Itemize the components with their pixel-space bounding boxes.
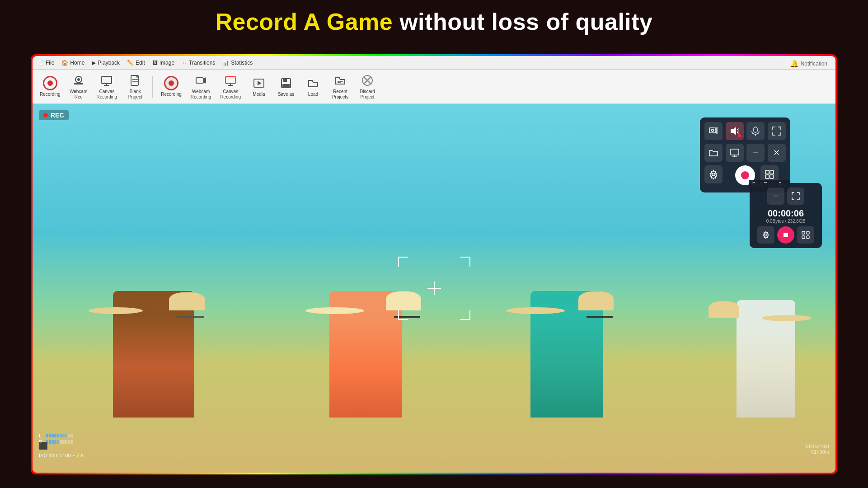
- svg-rect-32: [754, 127, 757, 132]
- sec-grid-btn[interactable]: [797, 226, 814, 244]
- svg-point-26: [712, 129, 714, 131]
- recording-button[interactable]: Recording: [37, 74, 63, 99]
- svg-rect-39: [770, 170, 774, 174]
- ch-tr: [460, 257, 470, 267]
- svg-point-42: [765, 234, 767, 236]
- record-inner: [741, 171, 749, 179]
- ch-bl: [398, 310, 408, 320]
- level-row-L: L: [39, 433, 73, 438]
- edit-icon: ✏️: [127, 60, 134, 66]
- settings-button[interactable]: [704, 165, 723, 183]
- svg-marker-16: [258, 81, 262, 85]
- svg-rect-34: [731, 149, 739, 155]
- sec-settings-btn[interactable]: [757, 226, 774, 244]
- fullscreen-button[interactable]: [768, 122, 786, 140]
- discard-project-button[interactable]: DiscardProject: [356, 71, 379, 102]
- minimize-button[interactable]: −: [746, 144, 765, 162]
- blank-project-label: BlankProject: [128, 89, 142, 100]
- main-content: REC L: [33, 104, 835, 473]
- webcam-recording-button[interactable]: WebcamRecording: [188, 71, 214, 102]
- svg-marker-28: [731, 127, 736, 135]
- svg-point-1: [77, 78, 80, 81]
- audio-button[interactable]: [726, 122, 744, 140]
- svg-marker-27: [716, 127, 718, 134]
- person3-hatcrown: [578, 291, 614, 310]
- discard-label: DiscardProject: [360, 89, 375, 100]
- canvas-icon: [99, 73, 114, 88]
- load-button[interactable]: Load: [301, 74, 325, 99]
- menu-image[interactable]: 🖼 Image: [152, 60, 174, 66]
- recent-projects-icon: [333, 73, 347, 88]
- screenshot-button[interactable]: [704, 122, 723, 140]
- blank-project-button[interactable]: BlankProject: [123, 71, 147, 102]
- headline: Record A Game without loss of quality: [0, 0, 868, 42]
- menu-home-label: Home: [70, 60, 84, 66]
- recent-projects-label: RecentProjects: [332, 89, 348, 100]
- panel-row2: − ✕: [704, 144, 786, 162]
- svg-rect-38: [765, 170, 769, 174]
- timer-sub: 0.0Bytes / 232.8GB: [754, 219, 817, 224]
- webcam-recording-label: WebcamRecording: [191, 89, 211, 100]
- level-L-bar: [46, 434, 73, 437]
- folder-button[interactable]: [704, 144, 723, 162]
- rainbow-border: 📄 File 🏠 Home ▶ Playback ✏️ Edit 🖼 Image…: [31, 54, 837, 474]
- rec-live-dot: [43, 113, 48, 117]
- menu-file[interactable]: 📄 File: [37, 60, 54, 66]
- svg-line-29: [737, 129, 739, 130]
- sec-row-top: −: [754, 188, 817, 205]
- image-icon: 🖼: [152, 60, 158, 66]
- menu-transitions-label: Transitions: [189, 60, 215, 66]
- stop-recording-btn[interactable]: [777, 226, 794, 244]
- webcam-recording-icon: [194, 73, 208, 88]
- iso-info: ISO 100 1/100 F 2.8: [39, 453, 84, 458]
- notification-label: Notification: [801, 61, 827, 67]
- webcam-rec-button[interactable]: WebcamRec: [67, 71, 90, 102]
- save-as-label: Save as: [278, 92, 294, 97]
- active-recording-label: Recording: [161, 92, 182, 97]
- active-recording-icon: [164, 76, 178, 90]
- level-L-label: L: [39, 433, 44, 438]
- transitions-icon: ↔: [182, 60, 187, 66]
- svg-rect-10: [196, 78, 203, 83]
- svg-rect-44: [802, 231, 805, 234]
- active-recording-button[interactable]: Recording: [158, 74, 184, 99]
- menu-statistics-label: Statistics: [231, 60, 253, 66]
- sec-expand-btn[interactable]: [787, 188, 804, 205]
- save-as-button[interactable]: Save as: [274, 74, 298, 99]
- notification-button[interactable]: 🔔 Notification: [786, 58, 831, 69]
- canvas-recording2-button[interactable]: CanvasRecording: [217, 71, 244, 102]
- load-label: Load: [308, 92, 318, 97]
- person1-hatband: [177, 316, 204, 318]
- toolbar: Recording WebcamRec: [33, 70, 835, 104]
- svg-rect-46: [802, 236, 805, 239]
- menu-transitions[interactable]: ↔ Transitions: [182, 60, 215, 66]
- menu-edit[interactable]: ✏️ Edit: [127, 60, 145, 66]
- media-label: Media: [253, 92, 265, 97]
- canvas-recording-button[interactable]: CanvasRecording: [94, 71, 120, 102]
- ch-br: [460, 310, 470, 320]
- svg-rect-47: [807, 236, 809, 239]
- person1-hatcrown: [169, 292, 205, 310]
- timer-section: 00:00:06 0.0Bytes / 232.8GB: [754, 208, 817, 224]
- menu-statistics[interactable]: 📊 Statistics: [222, 60, 253, 66]
- screen-select-button[interactable]: [726, 144, 744, 162]
- close-button[interactable]: ✕: [768, 144, 786, 162]
- menu-playback[interactable]: ▶ Playback: [92, 60, 120, 66]
- panel-row1: [704, 122, 786, 140]
- video-preview: REC L: [33, 104, 835, 473]
- svg-rect-2: [74, 83, 83, 84]
- mic-button[interactable]: [746, 122, 765, 140]
- load-icon: [306, 76, 320, 90]
- blank-project-icon: [128, 73, 142, 88]
- svg-rect-18: [283, 79, 287, 82]
- media-button[interactable]: Media: [247, 74, 271, 99]
- menu-file-label: File: [46, 60, 54, 66]
- toolbar-sep-1: [152, 76, 153, 98]
- menu-playback-label: Playback: [98, 60, 120, 66]
- recent-projects-button[interactable]: RecentProjects: [328, 71, 352, 102]
- headline-white: without loss of quality: [393, 9, 652, 35]
- home-icon: 🏠: [61, 60, 68, 66]
- recording-icon: [43, 76, 57, 90]
- menu-home[interactable]: 🏠 Home: [61, 60, 84, 66]
- sec-minimize-btn[interactable]: −: [767, 188, 784, 205]
